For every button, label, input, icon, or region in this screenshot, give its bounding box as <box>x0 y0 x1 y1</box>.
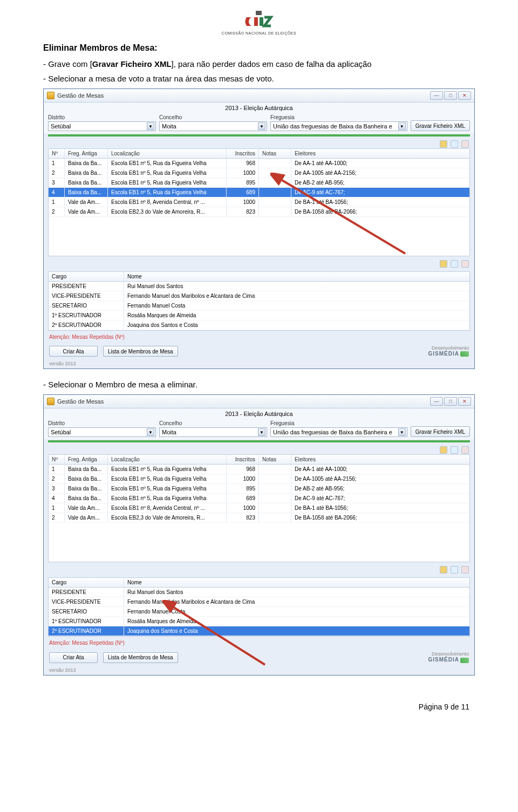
lista-membros-button[interactable]: Lista de Membros de Mesa <box>103 652 178 663</box>
chevron-down-icon: ▼ <box>147 428 154 436</box>
delete-member-icon[interactable] <box>461 260 469 268</box>
criar-ata-button[interactable]: Criar Ata <box>49 346 98 357</box>
th-n: Nº <box>49 455 65 464</box>
app-icon <box>47 92 54 99</box>
dev-label: Desenvolvimento <box>428 345 469 351</box>
election-title: 2013 - Eleição Autárquica <box>44 408 474 418</box>
chevron-down-icon: ▼ <box>398 122 406 130</box>
select-distrito[interactable]: Setúbal▼ <box>48 427 156 437</box>
member-row[interactable]: 2º ESCRUTINADORJoaquina dos Santos e Cos… <box>49 320 469 330</box>
titlebar: Gestão de Mesas — □ ✕ <box>44 395 474 408</box>
th-loc: Localização <box>108 149 227 158</box>
add-member-icon[interactable] <box>440 260 447 268</box>
close-button[interactable]: ✕ <box>458 91 471 100</box>
edit-icon[interactable] <box>451 140 458 148</box>
table-row[interactable]: 4Baixa da Ba...Escola EB1 nº 5, Rua da F… <box>49 494 469 503</box>
member-row[interactable]: 2º ESCRUTINADORJoaquina dos Santos e Cos… <box>49 626 469 636</box>
label-distrito: Distrito <box>48 420 156 426</box>
th-ins: Inscritos <box>227 149 259 158</box>
member-row[interactable]: PRESIDENTERui Manuel dos Santos <box>49 282 469 291</box>
dev-brand: Desenvolvimento GISMÉDIA <box>428 345 469 357</box>
app-window-1: Gestão de Mesas — □ ✕ 2013 - Eleição Aut… <box>43 88 475 369</box>
maximize-button[interactable]: □ <box>444 397 457 406</box>
cne-logo-icon <box>244 11 274 30</box>
value-freguesia: União das freguesias de Baixa da Banheir… <box>273 429 392 435</box>
table-row[interactable]: 2Baixa da Ba...Escola EB1 nº 5, Rua da F… <box>49 474 469 484</box>
instr1-bold: Gravar Ficheiro XML <box>92 59 172 69</box>
lista-membros-button[interactable]: Lista de Membros de Mesa <box>103 346 178 357</box>
instr1-pre: - Grave com [ <box>43 59 92 69</box>
member-row[interactable]: VICE-PRESIDENTEFernando Manuel dos Marib… <box>49 291 469 301</box>
members-table: Cargo Nome PRESIDENTERui Manuel dos Sant… <box>48 577 470 637</box>
select-concelho[interactable]: Moita▼ <box>159 121 267 131</box>
table-row[interactable]: 1Baixa da Ba...Escola EB1 nº 5, Rua da F… <box>49 159 469 168</box>
member-row[interactable]: SECRETÁRIOFernando Manuel Costa <box>49 607 469 617</box>
titlebar: Gestão de Mesas — □ ✕ <box>44 89 474 103</box>
progress-bar <box>48 134 470 137</box>
table-row[interactable]: 2Baixa da Ba...Escola EB1 nº 5, Rua da F… <box>49 168 469 178</box>
dev-label: Desenvolvimento <box>428 651 469 657</box>
minimize-button[interactable]: — <box>430 91 443 100</box>
select-freguesia[interactable]: União das freguesias de Baixa da Banheir… <box>270 121 407 131</box>
member-row[interactable]: PRESIDENTERui Manuel dos Santos <box>49 588 469 597</box>
instruction-2: - Selecionar a mesa de voto a tratar na … <box>43 74 475 83</box>
th-fa: Freg. Antiga <box>65 149 108 158</box>
app-window-2: Gestão de Mesas — □ ✕ 2013 - Eleição Aut… <box>43 394 475 675</box>
save-xml-button[interactable]: Gravar Ficheiro XML <box>411 120 470 131</box>
member-row[interactable]: VICE-PRESIDENTEFernando Manuel dos Marib… <box>49 597 469 607</box>
add-icon[interactable] <box>440 446 447 454</box>
version-text: versão 2013 <box>44 360 474 369</box>
table-row[interactable]: 1Vale da Am...Escola EB1 nº 8, Avenida C… <box>49 197 469 207</box>
svg-rect-1 <box>254 17 258 26</box>
delete-icon[interactable] <box>461 446 469 454</box>
th-nome: Nome <box>124 272 469 281</box>
th-cargo: Cargo <box>49 272 124 281</box>
select-concelho[interactable]: Moita▼ <box>159 427 267 437</box>
table-row[interactable]: 4Baixa da Ba...Escola EB1 nº 5, Rua da F… <box>49 188 469 197</box>
table-row[interactable]: 3Baixa da Ba...Escola EB1 nº 5, Rua da F… <box>49 484 469 494</box>
member-row[interactable]: 1º ESCRUTINADORRosália Marques de Almeid… <box>49 311 469 320</box>
value-freguesia: União das freguesias de Baixa da Banheir… <box>273 123 392 129</box>
delete-icon[interactable] <box>461 140 469 148</box>
criar-ata-button[interactable]: Criar Ata <box>49 652 98 663</box>
brand-logo: GISMÉDIA <box>428 657 469 663</box>
table-row[interactable]: 2Vale da Am...Escola EB2,3 do Vale de Am… <box>49 207 469 217</box>
table-row[interactable]: 2Vale da Am...Escola EB2,3 do Vale de Am… <box>49 513 469 523</box>
value-distrito: Setúbal <box>51 429 71 435</box>
save-xml-button[interactable]: Gravar Ficheiro XML <box>411 426 470 437</box>
app-icon <box>47 398 54 405</box>
close-button[interactable]: ✕ <box>458 397 471 406</box>
select-distrito[interactable]: Setúbal▼ <box>48 121 156 131</box>
table-row[interactable]: 1Baixa da Ba...Escola EB1 nº 5, Rua da F… <box>49 465 469 474</box>
add-member-icon[interactable] <box>440 566 447 574</box>
table-row[interactable]: 3Baixa da Ba...Escola EB1 nº 5, Rua da F… <box>49 178 469 188</box>
select-freguesia[interactable]: União das freguesias de Baixa da Banheir… <box>270 427 407 437</box>
label-freguesia: Freguesia <box>270 114 407 120</box>
delete-member-icon[interactable] <box>461 566 469 574</box>
edit-icon[interactable] <box>451 446 458 454</box>
member-row[interactable]: SECRETÁRIOFernando Manuel Costa <box>49 301 469 311</box>
instr1-post: ], para não perder dados em caso de falh… <box>172 59 372 69</box>
member-row[interactable]: 1º ESCRUTINADORRosália Marques de Almeid… <box>49 617 469 626</box>
edit-member-icon[interactable] <box>451 566 458 574</box>
maximize-button[interactable]: □ <box>444 91 457 100</box>
label-distrito: Distrito <box>48 114 156 120</box>
members-table: Cargo Nome PRESIDENTERui Manuel dos Sant… <box>48 271 470 331</box>
add-icon[interactable] <box>440 140 447 148</box>
logo-subtitle: COMISSÃO NACIONAL DE ELEIÇÕES <box>222 31 296 35</box>
th-ins: Inscritos <box>227 455 259 464</box>
svg-rect-2 <box>260 17 263 26</box>
th-el: Eleitores <box>291 455 469 464</box>
mesas-table: Nº Freg. Antiga Localização Inscritos No… <box>48 454 470 562</box>
mesas-table: Nº Freg. Antiga Localização Inscritos No… <box>48 148 470 256</box>
th-cargo: Cargo <box>49 578 124 587</box>
label-freguesia: Freguesia <box>270 420 407 426</box>
table-row[interactable]: 1Vale da Am...Escola EB1 nº 8, Avenida C… <box>49 503 469 513</box>
warning-text: Atenção: Mesas Repetidas (Nº) <box>44 331 474 343</box>
edit-member-icon[interactable] <box>451 260 458 268</box>
window-title: Gestão de Mesas <box>57 398 104 405</box>
minimize-button[interactable]: — <box>430 397 443 406</box>
version-text: versão 2013 <box>44 666 474 675</box>
label-concelho: Concelho <box>159 420 267 426</box>
window-title: Gestão de Mesas <box>57 92 104 99</box>
